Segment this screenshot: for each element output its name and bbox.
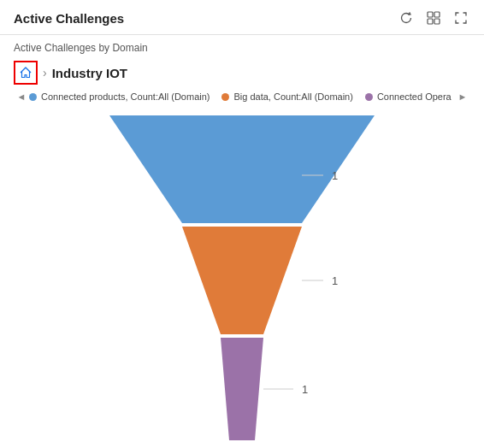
svg-text:1: 1 (332, 169, 338, 182)
legend-next-button[interactable]: ► (455, 91, 470, 102)
legend-items: Connected products, Count:All (Domain) B… (29, 91, 455, 102)
grid-icon[interactable] (424, 9, 443, 27)
breadcrumb: Active Challenges by Domain (0, 35, 484, 57)
legend-prev-button[interactable]: ◄ (14, 91, 29, 102)
home-button[interactable] (14, 61, 38, 85)
funnel-svg: 1 1 1 (84, 115, 400, 440)
legend-label-1: Big data, Count:All (Domain) (233, 91, 352, 102)
legend-item-2: Connected Opera (365, 91, 452, 102)
refresh-icon[interactable] (397, 9, 416, 27)
svg-marker-6 (221, 338, 263, 440)
funnel-chart: 1 1 1 (84, 115, 400, 440)
svg-rect-0 (428, 12, 433, 17)
legend-dot-0 (29, 93, 37, 101)
nav-row: › Industry IOT (0, 57, 484, 90)
svg-rect-2 (428, 19, 433, 24)
svg-rect-1 (434, 12, 440, 17)
header-actions (397, 9, 470, 27)
svg-rect-3 (434, 19, 440, 24)
page-title: Active Challenges (14, 11, 124, 26)
legend-dot-1 (221, 93, 229, 101)
svg-text:1: 1 (302, 383, 308, 396)
chart-area: 1 1 1 (0, 107, 484, 448)
domain-title: Industry IOT (52, 66, 127, 80)
legend-dot-2 (365, 93, 373, 101)
legend-label-0: Connected products, Count:All (Domain) (41, 91, 210, 102)
expand-icon[interactable] (452, 9, 470, 27)
legend-row: ◄ Connected products, Count:All (Domain)… (0, 90, 484, 107)
legend-item-1: Big data, Count:All (Domain) (221, 91, 352, 102)
page-header: Active Challenges (0, 0, 484, 35)
legend-item-0: Connected products, Count:All (Domain) (29, 91, 210, 102)
breadcrumb-chevron: › (43, 66, 47, 80)
svg-text:1: 1 (332, 274, 338, 287)
svg-marker-5 (182, 227, 302, 334)
legend-label-2: Connected Opera (377, 91, 452, 102)
